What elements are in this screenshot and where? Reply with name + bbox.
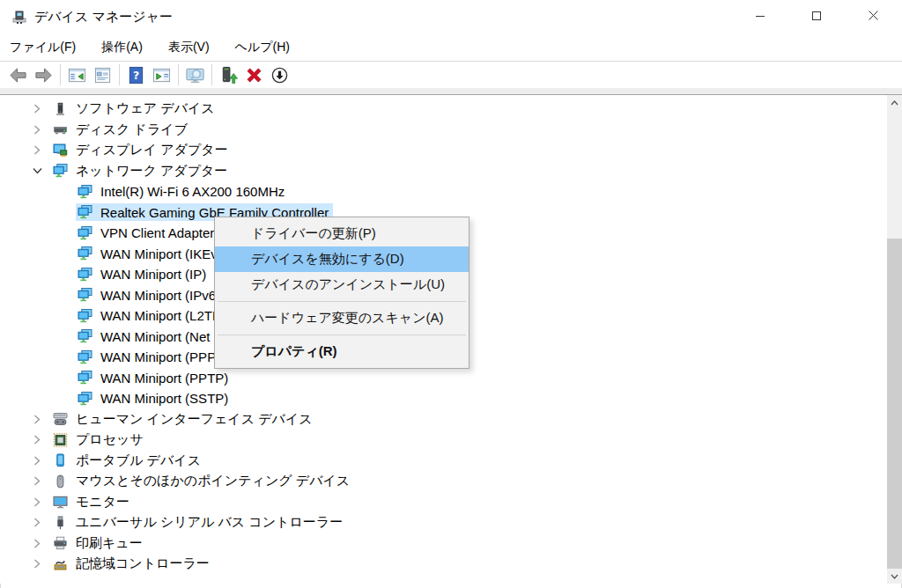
tree-item-content[interactable]: ヒューマン インターフェイス デバイス (51, 410, 317, 428)
tree-item: WAN Miniport (PPTP) (0, 368, 887, 389)
device-label: ソフトウェア デバイス (76, 100, 215, 117)
chevron-right-icon[interactable] (30, 539, 44, 548)
tree-item-content[interactable]: 記憶域コントローラー (51, 555, 214, 573)
tree-item-content[interactable]: WAN Miniport (IKEv (76, 245, 222, 262)
device-label: WAN Miniport (IPv6 (100, 288, 216, 303)
chevron-down-icon[interactable] (30, 167, 44, 174)
menubar-item-file[interactable]: ファイル(F) (0, 33, 85, 61)
chevron-right-icon[interactable] (30, 415, 44, 424)
chevron-right-icon[interactable] (30, 456, 44, 466)
tree-item-content[interactable]: マウスとそのほかのポインティング デバイス (51, 473, 354, 490)
storage-icon (53, 557, 69, 571)
scroll-up-icon[interactable] (887, 95, 902, 110)
tree-item-content[interactable]: プロセッサ (51, 431, 148, 449)
tree-item-content[interactable]: WAN Miniport (L2TP (76, 307, 226, 325)
update-driver-button[interactable] (216, 63, 241, 86)
device-label: Intel(R) Wi-Fi 6 AX200 160MHz (100, 184, 285, 199)
toolbar-separator (178, 64, 179, 85)
titlebar: デバイス マネージャー (0, 0, 902, 33)
back-button[interactable] (5, 63, 31, 86)
device-label: ポータブル デバイス (76, 452, 201, 469)
scrollbar-thumb[interactable] (887, 239, 902, 569)
device-label: ヒューマン インターフェイス デバイス (76, 411, 313, 428)
tree-item-content[interactable]: ポータブル デバイス (51, 452, 205, 469)
show-action-pane-button[interactable] (149, 63, 174, 86)
tree-item-content[interactable]: WAN Miniport (PPTP) (76, 369, 233, 386)
device-manager-icon[interactable] (12, 10, 26, 24)
disable-device-button[interactable] (267, 63, 292, 86)
chevron-right-icon[interactable] (30, 476, 44, 486)
context-menu-separator (218, 301, 466, 302)
network-adapter-icon (78, 371, 93, 385)
tree-item-content[interactable]: VPN Client Adapter (76, 224, 218, 242)
tree-item-content[interactable]: Intel(R) Wi-Fi 6 AX200 160MHz (76, 183, 289, 201)
disable-icon (270, 66, 289, 85)
context-menu-separator (218, 334, 466, 335)
hid-icon (53, 412, 69, 426)
context-menu-item-uninstall-device[interactable]: デバイスのアンインストール(U) (215, 272, 469, 298)
tree-item-content[interactable]: モニター (51, 493, 134, 511)
device-label: WAN Miniport (IKEv (100, 246, 218, 261)
menubar-item-view[interactable]: 表示(V) (159, 33, 219, 61)
tree-item-content[interactable]: ネットワーク アダプター (51, 162, 232, 180)
device-label: WAN Miniport (PPTP) (100, 371, 228, 386)
context-menu-item-disable-device[interactable]: デバイスを無効にする(D) (215, 246, 469, 272)
minimize-icon (755, 9, 765, 25)
menubar-item-action[interactable]: 操作(A) (92, 33, 152, 61)
tree-item-content[interactable]: WAN Miniport (Net (76, 327, 214, 345)
network-adapter-icon (78, 205, 93, 219)
toolbar-separator (211, 64, 212, 85)
device-label: ディスプレイ アダプター (76, 142, 228, 158)
update-driver-icon (219, 66, 238, 85)
help-button[interactable]: ? (123, 63, 149, 86)
menubar-item-help[interactable]: ヘルプ(H) (226, 33, 299, 61)
window-title: デバイス マネージャー (34, 9, 173, 26)
tree-item-content[interactable]: ソフトウェア デバイス (51, 100, 219, 118)
chevron-right-icon[interactable] (30, 497, 44, 507)
chevron-right-icon[interactable] (30, 145, 44, 155)
tree-item-content[interactable]: WAN Miniport (SSTP) (76, 390, 233, 408)
tree-item: ポータブル デバイス (0, 451, 887, 472)
vertical-scrollbar[interactable] (887, 95, 902, 584)
chevron-right-icon[interactable] (30, 125, 44, 135)
network-adapter-icon (78, 185, 93, 199)
tree-item-content[interactable]: ディスク ドライブ (51, 121, 192, 138)
device-label: 印刷キュー (76, 535, 143, 552)
chevron-right-icon[interactable] (30, 518, 44, 527)
tree-item-content[interactable]: 印刷キュー (51, 534, 147, 552)
console-tree-icon (68, 66, 86, 85)
tree-item-content[interactable]: WAN Miniport (IP) (76, 266, 211, 283)
window-controls (732, 0, 901, 33)
back-arrow-icon (9, 66, 27, 85)
context-menu-item-properties[interactable]: プロパティ(R) (215, 339, 469, 364)
tree-item: WAN Miniport (SSTP) (0, 388, 887, 409)
scroll-down-icon[interactable] (887, 569, 902, 584)
show-console-tree-button[interactable] (64, 63, 90, 86)
network-adapter-icon (78, 226, 93, 240)
context-menu-item-scan-hardware-changes[interactable]: ハードウェア変更のスキャン(A) (215, 305, 469, 331)
tree-item: 印刷キュー (0, 533, 887, 555)
context-menu-item-update-driver[interactable]: ドライバーの更新(P) (215, 221, 469, 246)
scan-hardware-changes-button[interactable] (182, 63, 208, 86)
tree-item-content[interactable]: WAN Miniport (PPP (76, 349, 220, 366)
network-adapter-icon (78, 246, 93, 261)
tree-item-content[interactable]: WAN Miniport (IPv6 (76, 286, 220, 304)
tree-item-content[interactable]: ユニバーサル シリアル バス コントローラー (51, 514, 347, 532)
forward-button[interactable] (31, 63, 56, 86)
chevron-right-icon[interactable] (30, 435, 44, 445)
close-button[interactable] (845, 0, 901, 33)
chevron-right-icon[interactable] (30, 559, 44, 569)
properties-window-button[interactable] (90, 63, 115, 86)
printer-icon (53, 536, 69, 550)
chevron-right-icon[interactable] (30, 104, 44, 114)
usb-icon (53, 516, 69, 530)
toolbar: ? (0, 62, 902, 88)
tree-item: ディスプレイ アダプター (0, 140, 887, 161)
uninstall-device-button[interactable] (241, 63, 267, 86)
minimize-button[interactable] (732, 0, 788, 33)
maximize-button[interactable] (788, 0, 845, 33)
device-label: プロセッサ (76, 431, 144, 448)
tree-item: マウスとそのほかのポインティング デバイス (0, 471, 887, 492)
device-label: VPN Client Adapter (100, 225, 214, 240)
tree-item-content[interactable]: ディスプレイ アダプター (51, 142, 233, 159)
